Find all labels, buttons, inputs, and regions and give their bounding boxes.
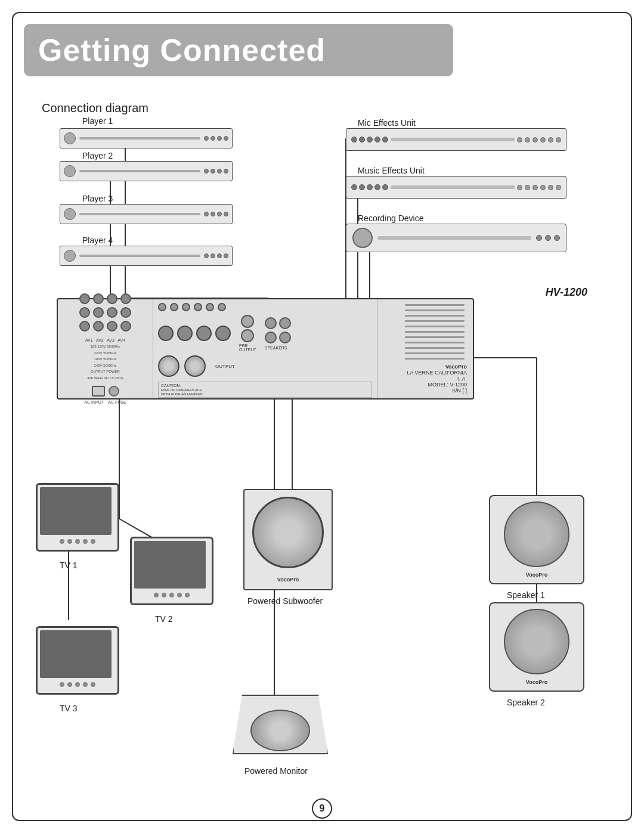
speakers-label: SPEAKERS	[265, 346, 291, 350]
vent2	[405, 309, 465, 311]
monitor-cone	[250, 710, 310, 751]
player2-slot	[79, 170, 200, 172]
tv2-device	[130, 537, 213, 605]
mus-knob4	[374, 184, 380, 190]
player3-device	[60, 204, 233, 224]
mic-effects-knobs	[351, 137, 388, 143]
rec-btn1	[536, 235, 542, 241]
tv2-btn5	[185, 593, 190, 597]
pre-jack1	[241, 315, 254, 328]
tv2-label: TV 2	[155, 614, 173, 624]
tv1-btn1	[60, 539, 64, 544]
mic-effects-device	[346, 128, 566, 151]
tv3-btn4	[83, 682, 88, 687]
mid-jack6	[218, 303, 226, 311]
tv2-controls	[132, 591, 212, 599]
tv3-screen	[40, 630, 112, 678]
monitor-device	[233, 695, 328, 754]
tv2-btn4	[177, 593, 182, 597]
mus-display	[391, 185, 515, 189]
me-jack6	[556, 137, 561, 143]
player1-controls	[204, 136, 228, 141]
me-knob2	[359, 137, 365, 143]
player1-btn4	[224, 136, 228, 141]
me-display	[391, 138, 515, 141]
pre-jack2	[241, 329, 254, 342]
vent10	[405, 352, 465, 354]
me-jack5	[548, 137, 553, 143]
speaker1-brand: VocoPro	[526, 572, 547, 578]
player2-btn4	[224, 169, 228, 174]
me-knob1	[351, 137, 357, 143]
ij8	[120, 307, 131, 318]
ij7	[107, 307, 117, 318]
player4-controls	[204, 253, 228, 258]
recording-device-label: Recording Device	[358, 213, 424, 223]
tv1-btn3	[75, 539, 80, 544]
mus-jack2	[525, 185, 530, 190]
main-unit-left: AV1 AV2 AV3 AV4 100-120V 50/60Hz220V 50/…	[58, 299, 153, 398]
rec-disc	[352, 228, 373, 248]
player2-disc	[64, 165, 76, 177]
player3-btn2	[210, 212, 215, 216]
mid-jack4	[194, 303, 202, 311]
ij9	[79, 321, 90, 332]
spk-j4	[279, 332, 291, 343]
mus-jack5	[548, 185, 553, 190]
xlr1	[158, 326, 174, 341]
me-knob5	[382, 137, 388, 143]
vent-lines	[405, 304, 465, 360]
ij5	[79, 307, 90, 318]
music-effects-label: Music Effects Unit	[358, 166, 425, 175]
player3-disc	[64, 208, 76, 220]
tv3-btn3	[75, 682, 80, 687]
player4-btn1	[204, 253, 209, 258]
power-button	[109, 386, 119, 397]
title-box: Getting Connected	[24, 24, 453, 76]
spk-j1	[265, 317, 277, 329]
tv3-btn5	[91, 682, 95, 687]
player3-btn3	[217, 212, 222, 216]
tv1-device	[36, 483, 119, 552]
player4-slot	[79, 255, 200, 257]
xlr4	[215, 326, 231, 341]
xlr-row: PREOUTPUT SPEAKERS	[158, 315, 372, 352]
ij2	[93, 293, 104, 304]
speaker2-cone	[504, 609, 569, 674]
player4-label: Player 4	[82, 236, 113, 245]
vent11	[405, 358, 465, 360]
input-jacks-grid	[79, 293, 131, 332]
spk-j3	[265, 332, 277, 343]
music-effects-device	[346, 176, 566, 199]
subtitle: Connection diagram	[42, 101, 148, 115]
tv3-label: TV 3	[60, 704, 78, 713]
mid-jack3	[182, 303, 190, 311]
player1-label: Player 1	[82, 116, 113, 126]
player2-btn2	[210, 169, 215, 174]
brand-text: VocoPro LA VERNE CALIFORNIA L.A. MODEL: …	[407, 364, 467, 394]
power-socket	[92, 386, 105, 397]
pre-output-area: PREOUTPUT	[239, 315, 256, 352]
rec-controls	[536, 235, 560, 241]
monitor-label: Powered Monitor	[244, 766, 308, 776]
mus-knob5	[382, 184, 388, 190]
player2-device	[60, 161, 233, 181]
xlr2	[177, 326, 193, 341]
mid-top-row	[158, 303, 372, 311]
subwoofer-device: VocoPro	[243, 489, 333, 590]
spk-row2	[265, 332, 291, 343]
player4-btn2	[210, 253, 215, 258]
ij6	[93, 307, 104, 318]
tv2-screen	[134, 541, 206, 589]
vent8	[405, 342, 465, 343]
player2-label: Player 2	[82, 151, 113, 160]
mid-jack2	[170, 303, 178, 311]
music-effects-knobs	[351, 184, 388, 190]
vent9	[405, 347, 465, 349]
tv3-btn1	[60, 682, 64, 687]
player1-device	[60, 128, 233, 148]
tv1-label: TV 1	[60, 561, 78, 570]
player4-btn4	[224, 253, 228, 258]
vent3	[405, 315, 465, 317]
player1-btn2	[210, 136, 215, 141]
